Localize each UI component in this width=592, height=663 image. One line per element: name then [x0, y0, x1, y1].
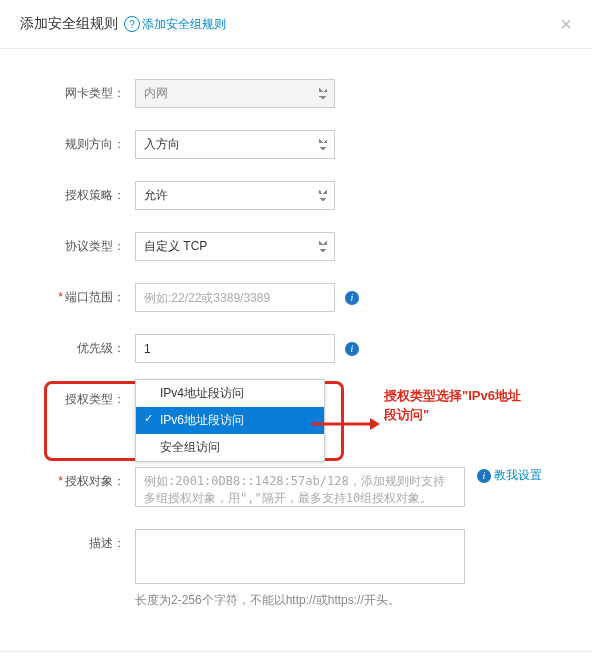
- info-icon[interactable]: i: [345, 291, 359, 305]
- label-priority: 优先级：: [40, 334, 135, 357]
- textarea-description[interactable]: [135, 529, 465, 584]
- select-policy[interactable]: 允许: [135, 181, 335, 210]
- input-port-range[interactable]: [135, 283, 335, 312]
- textarea-auth-object[interactable]: [135, 467, 465, 507]
- annotation-text: 授权类型选择"IPv6地址段访问": [384, 387, 524, 425]
- modal-footer: 确定 取消: [0, 651, 592, 663]
- option-ipv6[interactable]: IPv6地址段访问: [136, 407, 324, 434]
- modal-header: 添加安全组规则 添加安全组规则 ×: [0, 0, 592, 49]
- option-security-group[interactable]: 安全组访问: [136, 434, 324, 461]
- input-priority[interactable]: [135, 334, 335, 363]
- option-ipv4[interactable]: IPv4地址段访问: [136, 380, 324, 407]
- modal-add-sg-rule: 添加安全组规则 添加安全组规则 × 网卡类型： 内网 规则方向： 入方向 授权策…: [0, 0, 592, 663]
- modal-body: 网卡类型： 内网 规则方向： 入方向 授权策略： 允许 协议类型： 自定义 TC…: [0, 49, 592, 651]
- select-protocol[interactable]: 自定义 TCP: [135, 232, 335, 261]
- info-icon[interactable]: i: [345, 342, 359, 356]
- select-direction[interactable]: 入方向: [135, 130, 335, 159]
- label-auth-type: 授权类型：: [40, 385, 135, 408]
- label-nic-type: 网卡类型：: [40, 79, 135, 102]
- label-protocol: 协议类型：: [40, 232, 135, 255]
- modal-title: 添加安全组规则: [20, 15, 118, 33]
- close-icon[interactable]: ×: [560, 14, 572, 34]
- label-direction: 规则方向：: [40, 130, 135, 153]
- help-link-auth-object[interactable]: 教我设置: [477, 467, 542, 484]
- label-auth-object: 授权对象：: [40, 467, 135, 490]
- label-description: 描述：: [40, 529, 135, 552]
- hint-description: 长度为2-256个字符，不能以http://或https://开头。: [135, 592, 552, 609]
- label-policy: 授权策略：: [40, 181, 135, 204]
- dropdown-auth-type[interactable]: IPv4地址段访问 IPv6地址段访问 安全组访问: [135, 379, 325, 462]
- select-nic-type[interactable]: 内网: [135, 79, 335, 108]
- help-link-sg-rule[interactable]: 添加安全组规则: [124, 16, 226, 33]
- label-port: 端口范围：: [40, 283, 135, 306]
